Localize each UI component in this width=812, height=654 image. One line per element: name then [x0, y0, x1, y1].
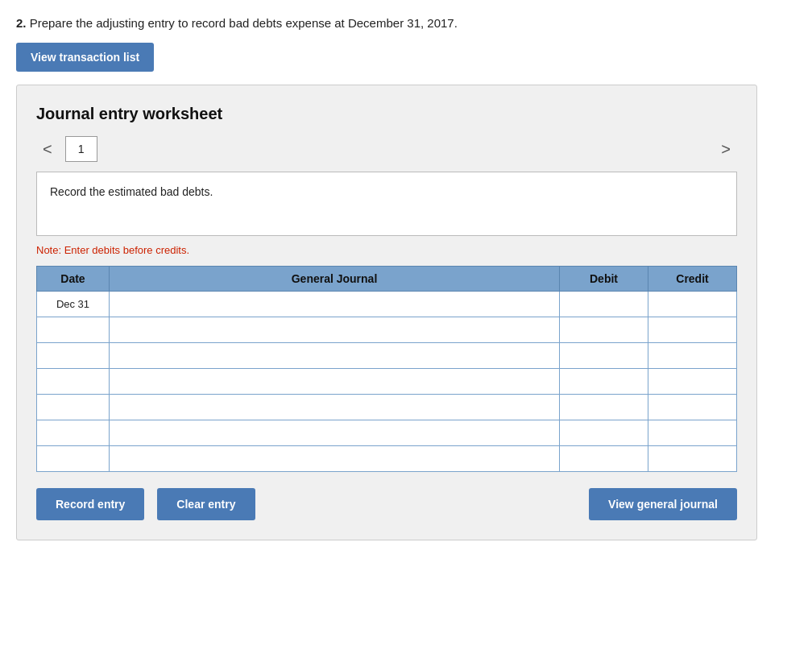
table-row [37, 395, 737, 420]
debit-input[interactable] [565, 348, 643, 363]
table-row [37, 446, 737, 472]
col-header-general-journal: General Journal [110, 267, 560, 292]
debit-input[interactable] [565, 425, 643, 441]
table-cell-date [37, 369, 110, 395]
view-transaction-button[interactable]: View transaction list [16, 43, 154, 72]
table-cell-debit[interactable] [560, 420, 648, 446]
table-cell-date [37, 317, 110, 343]
table-cell-credit[interactable] [648, 343, 737, 369]
table-cell-date [37, 420, 110, 446]
worksheet-title: Journal entry worksheet [36, 105, 737, 123]
description-box: Record the estimated bad debts. [36, 172, 737, 236]
general-journal-input[interactable] [114, 348, 554, 363]
table-cell-general-journal[interactable] [110, 317, 560, 343]
table-row [37, 343, 737, 369]
debit-input[interactable] [565, 451, 643, 466]
table-cell-debit[interactable] [560, 446, 648, 472]
table-cell-credit[interactable] [648, 317, 737, 343]
col-header-debit: Debit [560, 267, 648, 292]
clear-entry-button[interactable]: Clear entry [157, 488, 255, 520]
question-text: 2. Prepare the adjusting entry to record… [16, 16, 796, 30]
general-journal-input[interactable] [114, 322, 554, 337]
debit-input[interactable] [565, 399, 643, 415]
table-cell-general-journal[interactable] [110, 369, 560, 395]
table-cell-general-journal[interactable] [110, 395, 560, 420]
table-cell-date [37, 343, 110, 369]
buttons-row: Record entry Clear entry View general jo… [36, 488, 737, 520]
table-cell-date: Dec 31 [37, 292, 110, 317]
nav-right-arrow[interactable]: > [715, 137, 737, 162]
nav-row: < 1 > [36, 136, 737, 162]
journal-table: Date General Journal Debit Credit Dec 31 [36, 266, 737, 472]
table-cell-general-journal[interactable] [110, 446, 560, 472]
debit-input[interactable] [565, 374, 643, 389]
general-journal-input[interactable] [114, 374, 554, 389]
table-cell-general-journal[interactable] [110, 343, 560, 369]
debit-input[interactable] [565, 322, 643, 337]
credit-input[interactable] [653, 399, 731, 415]
record-entry-button[interactable]: Record entry [36, 488, 144, 520]
table-cell-credit[interactable] [648, 292, 737, 317]
table-cell-credit[interactable] [648, 446, 737, 472]
view-general-journal-button[interactable]: View general journal [589, 488, 737, 520]
general-journal-input[interactable] [114, 451, 554, 466]
credit-input[interactable] [653, 296, 731, 312]
table-cell-debit[interactable] [560, 317, 648, 343]
credit-input[interactable] [653, 451, 731, 466]
table-cell-debit[interactable] [560, 369, 648, 395]
table-cell-credit[interactable] [648, 369, 737, 395]
table-cell-general-journal[interactable] [110, 292, 560, 317]
table-cell-credit[interactable] [648, 395, 737, 420]
credit-input[interactable] [653, 374, 731, 389]
nav-left-arrow[interactable]: < [36, 137, 59, 162]
debit-input[interactable] [565, 296, 643, 312]
credit-input[interactable] [653, 425, 731, 441]
general-journal-input[interactable] [114, 399, 554, 415]
table-cell-debit[interactable] [560, 395, 648, 420]
page-number-box: 1 [65, 136, 97, 162]
credit-input[interactable] [653, 348, 731, 363]
table-row [37, 420, 737, 446]
credit-input[interactable] [653, 322, 731, 337]
table-row [37, 369, 737, 395]
col-header-date: Date [37, 267, 110, 292]
table-cell-date [37, 395, 110, 420]
table-cell-debit[interactable] [560, 343, 648, 369]
table-cell-credit[interactable] [648, 420, 737, 446]
table-cell-general-journal[interactable] [110, 420, 560, 446]
table-cell-date [37, 446, 110, 472]
note-text: Note: Enter debits before credits. [36, 244, 737, 256]
table-row: Dec 31 [37, 292, 737, 317]
general-journal-input[interactable] [114, 425, 554, 441]
table-row [37, 317, 737, 343]
general-journal-input[interactable] [114, 296, 554, 312]
col-header-credit: Credit [648, 267, 737, 292]
worksheet-container: Journal entry worksheet < 1 > Record the… [16, 85, 757, 540]
table-cell-debit[interactable] [560, 292, 648, 317]
